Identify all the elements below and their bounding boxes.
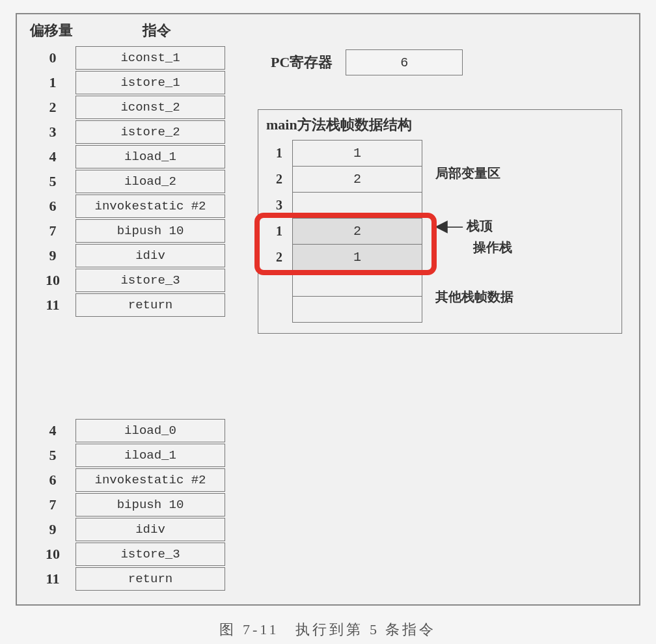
stack-frame-box: main方法栈帧数据结构 12312 1221 局部变量区 ◀— 栈顶 操作栈 … [258,109,622,334]
instruction-row: 6invokestatic #2 [30,194,251,219]
instruction-cell: bipush 10 [75,219,225,243]
instruction-offset: 2 [30,99,75,116]
header-offset: 偏移量 [30,21,92,40]
slot-value [293,297,422,323]
instruction-row: 1istore_1 [30,70,251,95]
instruction-list-bottom-wrapper: 4iload_05iload_16invokestatic #27bipush … [30,418,626,591]
instruction-offset: 7 [30,496,75,513]
slot-value: 2 [293,167,422,193]
instruction-offset: 11 [30,297,75,314]
instruction-row: 7bipush 10 [30,219,251,243]
instruction-cell: istore_1 [75,71,225,94]
instruction-offset: 1 [30,74,75,91]
instruction-row: 4iload_0 [30,418,251,443]
instruction-row: 3istore_2 [30,120,251,144]
instruction-offset: 5 [30,173,75,190]
header-instruction: 指令 [92,21,222,40]
instruction-cell: istore_2 [75,120,225,144]
arrow-left-icon: ◀— [435,217,463,235]
pc-register-value: 6 [346,49,463,75]
instruction-cell: iload_1 [75,444,225,467]
instruction-row: 11return [30,293,251,317]
instruction-row: 11return [30,567,251,591]
instruction-row: 9idiv [30,517,251,542]
label-opstack: 操作栈 [473,239,512,256]
instruction-offset: 10 [30,546,75,563]
slot-value [293,271,422,297]
instruction-cell: return [75,293,225,317]
instruction-offset: 6 [30,472,75,489]
instruction-cell: return [75,567,225,591]
index-column: 12312 [266,140,292,323]
upper-zone: 0iconst_11istore_12iconst_23istore_24ilo… [30,46,626,334]
instruction-cell: istore_3 [75,269,225,292]
instruction-cell: iload_1 [75,145,225,168]
slot-index [266,296,292,322]
instruction-offset: 6 [30,198,75,215]
figure-caption: 图 7-11 执行到第 5 条指令 [13,620,643,639]
instruction-offset: 3 [30,124,75,141]
instruction-row: 0iconst_1 [30,46,251,70]
slot-value [293,193,422,219]
instruction-offset: 9 [30,521,75,538]
instruction-row: 5iload_1 [30,443,251,468]
instruction-offset: 11 [30,570,75,587]
column-headers: 偏移量 指令 [30,21,626,40]
instruction-row: 2iconst_2 [30,95,251,120]
instruction-cell: invokestatic #2 [75,195,225,218]
instruction-cell: idiv [75,518,225,541]
instruction-row: 10istore_3 [30,542,251,567]
instruction-row: 10istore_3 [30,268,251,293]
instruction-cell: istore_3 [75,543,225,566]
instruction-offset: 4 [30,422,75,439]
slot-index: 3 [266,192,292,218]
slot-index [266,270,292,296]
instruction-row: 6invokestatic #2 [30,468,251,492]
slot-index: 1 [266,218,292,244]
instruction-offset: 4 [30,148,75,165]
instruction-offset: 0 [30,49,75,66]
pc-register-row: PC寄存器 6 [271,49,626,75]
pc-register-label: PC寄存器 [271,53,333,72]
instruction-cell: bipush 10 [75,493,225,517]
label-other: 其他栈帧数据 [435,288,513,306]
instruction-cell: iconst_2 [75,96,225,119]
slot-index: 2 [266,166,292,192]
instruction-cell: iload_0 [75,419,225,442]
side-labels: 局部变量区 ◀— 栈顶 操作栈 其他栈帧数据 [435,140,579,323]
stack-frame-title: main方法栈帧数据结构 [266,115,614,135]
instruction-offset: 10 [30,272,75,289]
instruction-offset: 5 [30,447,75,464]
diagram-frame: 偏移量 指令 0iconst_11istore_12iconst_23istor… [16,13,640,606]
slot-column: 1221 [292,140,422,323]
right-panel: PC寄存器 6 main方法栈帧数据结构 12312 1221 局部变量区 ◀—… [251,46,626,334]
label-stacktop-text: 栈顶 [467,217,493,235]
instruction-list-bottom: 4iload_05iload_16invokestatic #27bipush … [30,418,251,591]
instruction-cell: iload_2 [75,170,225,193]
slot-index: 1 [266,140,292,166]
instruction-cell: iconst_1 [75,46,225,70]
instruction-cell: idiv [75,244,225,267]
instruction-offset: 7 [30,222,75,239]
instruction-row: 7bipush 10 [30,492,251,517]
instruction-row: 4iload_1 [30,144,251,169]
slot-index: 2 [266,244,292,270]
instruction-row: 9idiv [30,243,251,268]
stack-frame-body: 12312 1221 局部变量区 ◀— 栈顶 操作栈 其他栈帧数据 [266,140,614,323]
slot-value: 1 [293,141,422,167]
instruction-list-top: 0iconst_11istore_12iconst_23istore_24ilo… [30,46,251,317]
slot-value: 1 [293,245,422,271]
instruction-cell: invokestatic #2 [75,468,225,492]
instruction-offset: 9 [30,247,75,264]
label-locals: 局部变量区 [435,165,500,182]
label-stacktop: ◀— 栈顶 [435,217,493,235]
instruction-row: 5iload_2 [30,169,251,194]
slot-value: 2 [293,219,422,245]
